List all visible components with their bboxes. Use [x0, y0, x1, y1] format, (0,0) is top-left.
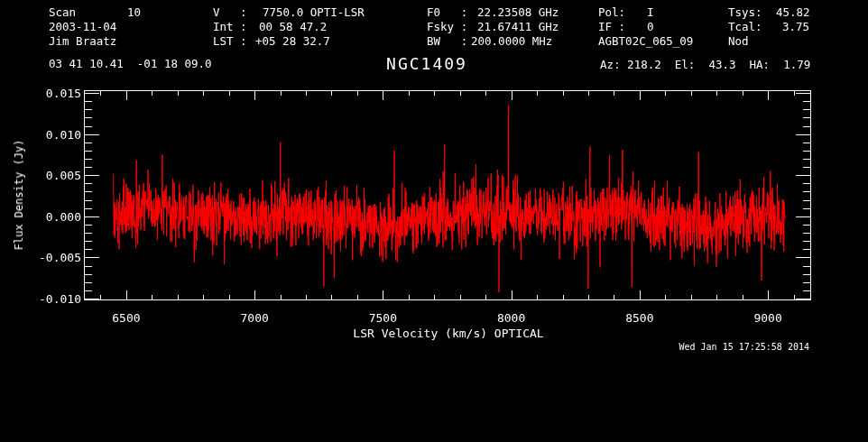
plot-timestamp: Wed Jan 15 17:25:58 2014 — [679, 342, 810, 352]
y-tick-label: 0.015 — [46, 87, 81, 100]
tsys-label: Tsys: — [728, 6, 762, 18]
if-value: 0 — [647, 21, 654, 32]
observer-name: Jim Braatz — [49, 35, 116, 47]
scan-value: 10 — [127, 6, 141, 18]
y-tick-label: 0.000 — [46, 210, 81, 224]
source-coordinates: 03 41 10.41 -01 18 09.0 — [49, 58, 212, 69]
pol-value: I — [647, 6, 654, 18]
f0-label: F0 : — [427, 6, 467, 18]
y-tick-label: -0.005 — [39, 251, 81, 264]
f0-value: 22.23508 GHz — [477, 6, 559, 18]
procedure-name: Nod — [728, 35, 749, 47]
x-tick-label: 7000 — [218, 311, 291, 325]
project-id: AGBT02C_065_09 — [598, 35, 693, 47]
lst-label: LST : — [213, 35, 247, 47]
bw-label: BW : — [427, 35, 467, 47]
x-axis-label: LSR Velocity (km/s) OPTICAL — [353, 327, 543, 340]
y-tick-label: -0.010 — [39, 292, 81, 306]
scan-date: 2003-11-04 — [49, 21, 116, 32]
x-tick-label: 6500 — [90, 311, 162, 325]
bw-value: 200.0000 MHz — [471, 35, 552, 47]
tcal-value: 3.75 — [782, 21, 809, 32]
pol-label: Pol: — [598, 6, 625, 18]
y-axis-label: Flux Density (Jy) — [13, 140, 25, 251]
x-tick-label: 8000 — [476, 311, 548, 325]
x-tick-label: 7500 — [346, 311, 419, 325]
tcal-label: Tcal: — [728, 21, 762, 32]
x-tick-label: 9000 — [732, 311, 804, 325]
gbtidl-plotter-screen: Scan 10 V : 7750.0 OPTI-LSR F0 : 22.2350… — [0, 0, 868, 442]
az-el-ha-readout: Az: 218.2 El: 43.3 HA: 1.79 — [600, 59, 810, 70]
int-label: Int : — [213, 21, 247, 32]
x-tick-label: 8500 — [604, 311, 676, 325]
scan-label: Scan — [49, 6, 76, 18]
y-tick-label: 0.010 — [46, 128, 81, 142]
tsys-value: 45.82 — [776, 6, 810, 18]
fsky-value: 21.67411 GHz — [477, 21, 559, 32]
lst-value: +05 28 32.7 — [255, 35, 330, 47]
int-value: 00 58 47.2 — [259, 21, 327, 32]
y-tick-label: 0.005 — [46, 169, 81, 182]
velocity-label: V : — [213, 6, 247, 18]
fsky-label: Fsky : — [427, 21, 467, 32]
velocity-value: 7750.0 OPTI-LSR — [263, 6, 365, 18]
source-title: NGC1409 — [386, 54, 467, 73]
if-label: IF : — [598, 21, 625, 32]
